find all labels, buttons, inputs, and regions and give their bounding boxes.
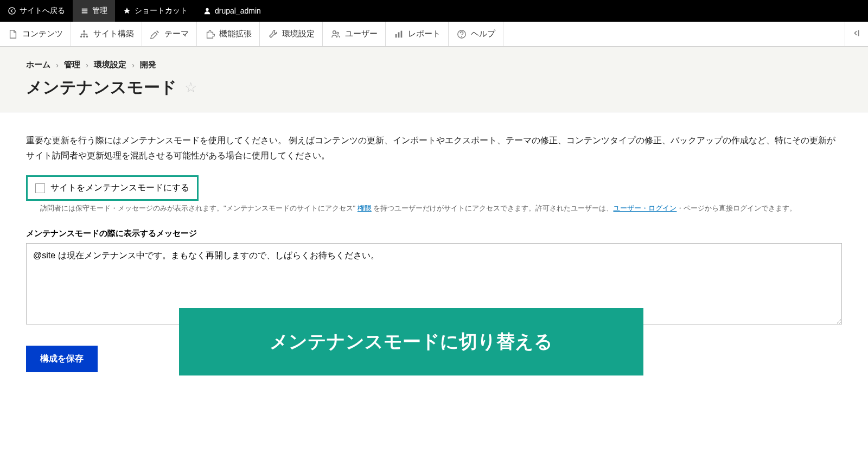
collapse-menu-button[interactable]	[845, 22, 868, 46]
menu-people-label: ユーザー	[345, 29, 378, 39]
svg-point-2	[83, 30, 85, 32]
page-title: メンテナンスモード	[26, 77, 177, 99]
menu-extend-label: 機能拡張	[219, 29, 252, 39]
star-icon	[123, 7, 131, 15]
user-login-link[interactable]: ユーザー・ログイン	[613, 204, 676, 212]
permissions-link[interactable]: 権限	[358, 204, 372, 212]
menu-reports[interactable]: レポート	[386, 22, 449, 46]
breadcrumb-sep: ›	[132, 60, 135, 69]
menu-structure[interactable]: サイト構築	[71, 22, 142, 46]
checkbox-help-text: 訪問者には保守モード・メッセージのみが表示されます。"メンテナンスモードのサイト…	[40, 203, 842, 214]
manage-toggle[interactable]: 管理	[73, 0, 115, 22]
menu-people[interactable]: ユーザー	[323, 22, 386, 46]
shortcuts-link[interactable]: ショートカット	[115, 0, 195, 22]
breadcrumb-sep: ›	[86, 60, 88, 69]
menu-help[interactable]: ヘルプ	[449, 22, 503, 46]
message-field-label: メンテナンスモードの際に表示するメッセージ	[26, 228, 842, 239]
menu-structure-label: サイト構築	[93, 29, 134, 39]
menu-content-label: コンテンツ	[22, 29, 63, 39]
hamburger-icon	[80, 7, 89, 15]
menu-configuration-label: 環境設定	[282, 29, 315, 39]
breadcrumb-dev[interactable]: 開発	[140, 60, 156, 70]
menu-content[interactable]: コンテンツ	[0, 22, 71, 46]
breadcrumb: ホーム › 管理 › 環境設定 › 開発	[26, 60, 842, 70]
svg-point-3	[80, 35, 82, 37]
breadcrumb-sep: ›	[56, 60, 59, 69]
header-region: ホーム › 管理 › 環境設定 › 開発 メンテナンスモード ☆	[0, 47, 868, 112]
menu-reports-label: レポート	[408, 29, 441, 39]
save-configuration-button[interactable]: 構成を保存	[26, 346, 98, 372]
svg-point-5	[86, 35, 88, 37]
maintenance-message-textarea[interactable]	[26, 243, 842, 324]
menu-help-label: ヘルプ	[471, 29, 495, 39]
file-icon	[8, 29, 18, 40]
svg-point-7	[337, 32, 339, 34]
breadcrumb-admin[interactable]: 管理	[64, 60, 80, 70]
description-text: 重要な更新を行う際にはメンテナンスモードを使用してください。 例えばコンテンツの…	[26, 133, 842, 163]
top-toolbar: サイトへ戻る 管理 ショートカット drupal_admin	[0, 0, 868, 22]
user-icon	[203, 7, 212, 15]
svg-rect-8	[395, 34, 397, 37]
maintenance-mode-checkbox-label[interactable]: サイトをメンテナンスモードにする	[50, 182, 189, 194]
back-to-site-link[interactable]: サイトへ戻る	[0, 0, 73, 22]
sitemap-icon	[79, 29, 90, 40]
content-area: 重要な更新を行う際にはメンテナンスモードを使用してください。 例えばコンテンツの…	[0, 112, 868, 393]
menu-appearance-label: テーマ	[164, 29, 189, 39]
menu-configuration[interactable]: 環境設定	[260, 22, 323, 46]
page-title-wrap: メンテナンスモード ☆	[26, 77, 842, 99]
user-menu[interactable]: drupal_admin	[195, 0, 269, 22]
manage-label: 管理	[92, 6, 107, 16]
bar-chart-icon	[393, 29, 404, 40]
maintenance-mode-checkbox[interactable]	[35, 183, 45, 193]
puzzle-icon	[205, 29, 215, 40]
arrow-left-icon	[8, 7, 16, 15]
shortcuts-label: ショートカット	[135, 6, 188, 16]
help-icon	[456, 29, 467, 40]
svg-rect-9	[398, 32, 400, 37]
svg-point-0	[9, 8, 15, 14]
svg-rect-10	[401, 30, 403, 37]
collapse-icon	[852, 28, 861, 40]
people-icon	[330, 29, 341, 40]
maintenance-mode-checkbox-wrap: サイトをメンテナンスモードにする	[26, 175, 199, 201]
paintbrush-icon	[150, 29, 161, 40]
breadcrumb-home[interactable]: ホーム	[26, 60, 50, 70]
menu-appearance[interactable]: テーマ	[142, 22, 197, 46]
svg-point-4	[83, 35, 85, 37]
wrench-icon	[267, 29, 278, 40]
favorite-star-icon[interactable]: ☆	[184, 79, 197, 96]
svg-point-1	[206, 8, 208, 11]
back-to-site-label: サイトへ戻る	[20, 6, 65, 16]
breadcrumb-config[interactable]: 環境設定	[94, 60, 126, 70]
admin-menu: コンテンツ サイト構築 テーマ 機能拡張 環境設定 ユーザー レポート ヘルプ	[0, 22, 868, 47]
menu-extend[interactable]: 機能拡張	[197, 22, 260, 46]
user-label: drupal_admin	[215, 7, 261, 15]
svg-point-6	[333, 30, 336, 33]
svg-point-12	[461, 36, 462, 37]
